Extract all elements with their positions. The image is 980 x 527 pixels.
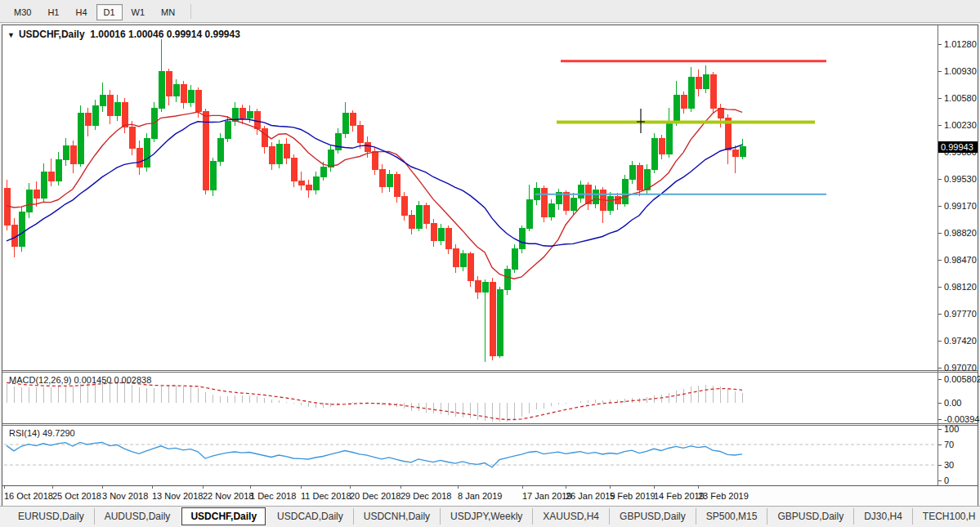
date-label: 20 Dec 2018 — [350, 491, 401, 501]
axis-tick — [938, 260, 942, 261]
macd-max-label: 0.005802 — [944, 374, 980, 384]
rsi-level-label: 70 — [944, 440, 954, 449]
symbol-tab-usdchf-daily[interactable]: USDCHF,Daily — [181, 507, 266, 525]
price-tick-label: 0.99170 — [944, 201, 977, 211]
price-tick-label: 0.97420 — [944, 336, 977, 346]
candlestick-chart — [2, 25, 978, 370]
rsi-panel: RSI(14) 49.7290 — [2, 426, 978, 485]
axis-tick — [938, 403, 942, 404]
axis-tick — [938, 314, 942, 315]
time-axis-tick — [4, 486, 5, 489]
time-axis-tick — [350, 486, 351, 489]
axis-tick — [938, 341, 942, 342]
date-label: 13 Nov 2018 — [152, 491, 203, 501]
date-label: 14 Feb 2019 — [654, 491, 705, 501]
time-axis-tick — [401, 486, 401, 489]
axis-tick — [938, 233, 942, 234]
time-axis-tick — [102, 486, 103, 489]
price-tick-label: 0.98820 — [944, 228, 977, 238]
date-label: 29 Dec 2018 — [401, 491, 451, 501]
symbol-tab-gbpusd-daily[interactable]: GBPUSD,Daily — [767, 508, 853, 525]
symbol-tab-gbpusd-daily[interactable]: GBPUSD,Daily — [609, 508, 696, 525]
time-axis-tick — [301, 486, 302, 489]
price-tick-label: 1.00230 — [944, 120, 977, 130]
price-tick-label: 0.98120 — [944, 282, 977, 292]
axis-tick — [938, 206, 942, 207]
price-tick-label: 0.97070 — [944, 363, 977, 373]
rsi-label: RSI(14) 49.7290 — [9, 428, 75, 438]
chart-window: ▼USDCHF,Daily 1.00016 1.00046 0.99914 0.… — [2, 25, 978, 506]
rsi-chart — [2, 426, 978, 485]
time-axis-tick — [522, 486, 523, 489]
symbol-tab-usdcnh-daily[interactable]: USDCNH,Daily — [353, 508, 440, 525]
date-label: 8 Jan 2019 — [458, 491, 502, 501]
rsi-level-label: 100 — [944, 424, 959, 434]
toolbar-divider — [190, 4, 191, 19]
timeframe-button-d1[interactable]: D1 — [96, 4, 123, 20]
chart-title: ▼USDCHF,Daily 1.00016 1.00046 0.99914 0.… — [7, 29, 240, 40]
price-tick-label: 1.01280 — [944, 39, 977, 49]
chart-symbol: USDCHF,Daily — [19, 29, 85, 40]
macd-min-label: -0.003945 — [944, 414, 980, 424]
ohlc-close: 0.99943 — [204, 29, 239, 40]
symbol-tab-audusd-daily[interactable]: AUDUSD,Daily — [94, 508, 181, 525]
date-label: 11 Dec 2018 — [301, 491, 351, 501]
date-label: 22 Nov 2018 — [203, 491, 253, 501]
symbol-dropdown-icon[interactable]: ▼ — [7, 31, 15, 39]
symbol-tab-sp500-m15[interactable]: SP500,M15 — [696, 508, 767, 525]
ohlc-open: 1.00016 — [90, 29, 125, 40]
axis-tick — [938, 71, 942, 72]
axis-tick — [938, 379, 942, 380]
price-tick-label: 0.97770 — [944, 309, 977, 319]
rsi-level-label: 30 — [944, 460, 954, 470]
date-label: 3 Nov 2018 — [102, 491, 148, 501]
macd-main-value: 0.001450 — [74, 375, 111, 385]
axis-tick — [938, 465, 942, 466]
symbol-tab-tech100-h[interactable]: TECH100,H — [912, 508, 980, 525]
axis-tick — [938, 98, 942, 99]
macd-panel: MACD(12,26,9) 0.001450 0.002838 — [2, 373, 978, 423]
price-tick-label: 0.98470 — [944, 255, 977, 265]
time-axis-tick — [250, 486, 251, 489]
axis-tick — [938, 419, 942, 420]
date-label: 26 Jan 2019 — [566, 491, 615, 501]
date-label: 25 Oct 2018 — [52, 491, 101, 501]
date-label: 16 Oct 2018 — [4, 491, 53, 501]
time-axis-tick — [698, 486, 699, 489]
axis-tick — [938, 44, 942, 45]
timeframe-button-mn[interactable]: MN — [154, 4, 182, 20]
timeframe-toolbar: M30H1H4D1W1MN — [0, 0, 980, 23]
date-label: 23 Feb 2019 — [698, 491, 749, 501]
time-axis-tick — [52, 486, 53, 489]
rsi-level-label: 0 — [944, 476, 949, 485]
axis-tick — [938, 480, 942, 481]
timeframe-button-h1[interactable]: H1 — [40, 4, 66, 20]
date-label: 5 Feb 2019 — [610, 491, 656, 501]
timeframe-button-m30[interactable]: M30 — [7, 4, 38, 20]
axis-tick — [938, 287, 942, 288]
price-tick-label: 0.99530 — [944, 174, 977, 184]
ohlc-low: 0.99914 — [167, 29, 202, 40]
time-axis-tick — [152, 486, 153, 489]
axis-tick — [938, 429, 942, 430]
date-label: 17 Jan 2019 — [522, 491, 572, 501]
macd-signal-value: 0.002838 — [114, 375, 151, 385]
time-axis-tick — [458, 486, 459, 489]
macd-zero-label: 0.00 — [944, 398, 961, 408]
timeframe-button-w1[interactable]: W1 — [124, 4, 153, 20]
price-tick-label: 1.00580 — [944, 93, 977, 103]
axis-tick — [938, 125, 942, 126]
symbol-tab-usdcad-daily[interactable]: USDCAD,Daily — [267, 508, 353, 525]
symbol-tab-eurusd-daily[interactable]: EURUSD,Daily — [8, 508, 94, 525]
time-axis-tick — [610, 486, 611, 489]
price-axis: 1.012801.009301.005801.002300.998800.995… — [938, 25, 978, 485]
symbol-tab-usdjpy-weekly[interactable]: USDJPY,Weekly — [440, 508, 532, 525]
time-axis-tick — [654, 486, 655, 489]
axis-tick — [938, 368, 942, 368]
symbol-tab-xauusd-h4[interactable]: XAUUSD,H4 — [532, 508, 609, 525]
symbol-tab-dj30-h4[interactable]: DJ30,H4 — [853, 508, 912, 525]
axis-tick — [938, 179, 942, 180]
time-axis: 16 Oct 201825 Oct 20183 Nov 201813 Nov 2… — [2, 485, 978, 506]
timeframe-button-h4[interactable]: H4 — [68, 4, 94, 20]
current-price-tag: 0.99943 — [938, 141, 978, 153]
